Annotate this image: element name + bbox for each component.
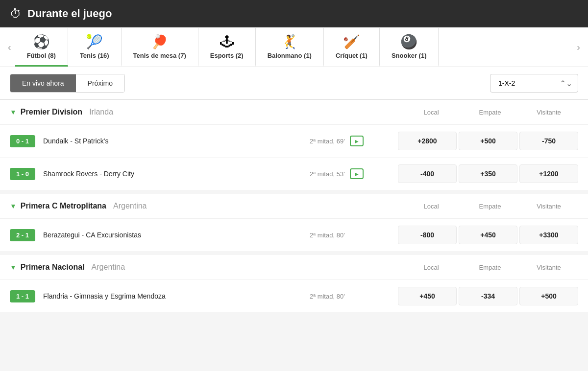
match-row: 0 - 1 Dundalk - St Patrick's 2ª mitad, 6… — [0, 125, 588, 158]
match-teams: Dundalk - St Patrick's — [43, 137, 302, 145]
sport-label: Críquet (1) — [336, 52, 368, 59]
sport-emoji: 🏏 — [343, 34, 360, 50]
controls-row: En vivo ahora Próximo 1-X-2HándicapTotal… — [0, 67, 588, 100]
league-chevron-icon[interactable]: ▼ — [10, 108, 17, 116]
col-local: Local — [402, 264, 461, 271]
market-dropdown[interactable]: 1-X-2HándicapTotales — [490, 74, 578, 93]
league-header-left: ▼ Premier Division Irlanda — [10, 108, 113, 116]
match-time-text: 2ª mitad, 69' — [310, 138, 345, 145]
odds-group: -800 +450 +3300 — [396, 226, 578, 244]
league-country: Irlanda — [89, 108, 113, 116]
sports-next-button[interactable]: › — [573, 27, 584, 67]
stream-button[interactable]: ▶ — [350, 168, 364, 179]
sport-tab-snooker[interactable]: 🎱 Snooker (1) — [380, 28, 439, 67]
col-empate: Empate — [461, 203, 519, 210]
league-section-primera-nacional: ▼ Primera Nacional Argentina Local Empat… — [0, 255, 588, 312]
live-now-button[interactable]: En vivo ahora — [10, 74, 76, 92]
league-name: Primera C Metroplitana — [21, 202, 106, 210]
odd-local[interactable]: +450 — [398, 287, 457, 305]
live-icon: ⏱ — [10, 7, 22, 21]
league-header-left: ▼ Primera Nacional Argentina — [10, 263, 125, 272]
odd-empate[interactable]: -334 — [459, 287, 517, 305]
sport-emoji: 🎱 — [400, 34, 417, 50]
match-time: 2ª mitad, 80' — [310, 293, 388, 300]
league-chevron-icon[interactable]: ▼ — [10, 202, 17, 210]
score-badge: 1 - 1 — [10, 290, 35, 302]
sport-tab-tenis[interactable]: 🎾 Tenis (16) — [68, 28, 122, 67]
match-teams: Flandria - Gimnasia y Esgrima Mendoza — [43, 292, 302, 300]
score-badge: 1 - 0 — [10, 168, 35, 180]
live-toggle-group: En vivo ahora Próximo — [10, 74, 125, 93]
page-title: Durante el juego — [27, 7, 112, 20]
match-row: 1 - 1 Flandria - Gimnasia y Esgrima Mend… — [0, 280, 588, 312]
league-country: Argentina — [113, 202, 147, 210]
sports-prev-button[interactable]: ‹ — [4, 27, 15, 67]
sport-tab-esports[interactable]: 🕹 Esports (2) — [198, 28, 256, 67]
match-row: 2 - 1 Berazategui - CA Excursionistas 2ª… — [0, 219, 588, 251]
sport-tab-tenis-mesa[interactable]: 🏓 Tenis de mesa (7) — [122, 28, 198, 67]
sport-emoji: 🏓 — [151, 34, 168, 50]
sport-emoji: 🤾 — [281, 34, 298, 50]
col-local: Local — [402, 109, 461, 116]
sport-tab-criquet[interactable]: 🏏 Críquet (1) — [324, 28, 380, 67]
sport-label: Tenis (16) — [80, 52, 109, 59]
match-time: 2ª mitad, 53' ▶ — [310, 168, 388, 179]
match-teams: Shamrock Rovers - Derry City — [43, 170, 302, 178]
sport-label: Fútbol (8) — [27, 52, 56, 59]
main-content: ▼ Premier Division Irlanda Local Empate … — [0, 100, 588, 312]
league-col-headers: Local Empate Visitante — [402, 203, 578, 210]
league-header: ▼ Primera C Metroplitana Argentina Local… — [0, 194, 588, 219]
sport-label: Balonmano (1) — [268, 52, 312, 59]
match-teams: Berazategui - CA Excursionistas — [43, 231, 302, 239]
sport-label: Snooker (1) — [392, 52, 427, 59]
odd-visitante[interactable]: +1200 — [519, 164, 578, 183]
header: ⏱ Durante el juego — [0, 0, 588, 27]
odd-local[interactable]: -800 — [398, 226, 457, 244]
odd-local[interactable]: +2800 — [398, 132, 457, 150]
sport-emoji: ⚽ — [33, 34, 50, 50]
league-col-headers: Local Empate Visitante — [402, 109, 578, 116]
league-section-primera-c: ▼ Primera C Metroplitana Argentina Local… — [0, 194, 588, 251]
league-country: Argentina — [92, 263, 125, 272]
odd-visitante[interactable]: -750 — [519, 132, 578, 150]
odd-empate[interactable]: +450 — [459, 226, 517, 244]
col-empate: Empate — [461, 109, 519, 116]
sports-tabs: ⚽ Fútbol (8) 🎾 Tenis (16) 🏓 Tenis de mes… — [15, 28, 573, 67]
league-chevron-icon[interactable]: ▼ — [10, 263, 17, 271]
col-visitante: Visitante — [519, 203, 578, 210]
league-name: Premier Division — [21, 108, 82, 116]
odd-empate[interactable]: +350 — [459, 164, 517, 183]
odds-group: +2800 +500 -750 — [396, 132, 578, 150]
league-name: Primera Nacional — [21, 263, 85, 272]
match-time-text: 2ª mitad, 80' — [310, 232, 345, 239]
odd-empate[interactable]: +500 — [459, 132, 517, 150]
sport-tab-futbol[interactable]: ⚽ Fútbol (8) — [15, 28, 68, 67]
match-time: 2ª mitad, 69' ▶ — [310, 136, 388, 146]
score-badge: 2 - 1 — [10, 229, 35, 241]
match-row: 1 - 0 Shamrock Rovers - Derry City 2ª mi… — [0, 158, 588, 190]
col-local: Local — [402, 203, 461, 210]
odd-local[interactable]: -400 — [398, 164, 457, 183]
league-header-left: ▼ Primera C Metroplitana Argentina — [10, 202, 147, 210]
match-time-text: 2ª mitad, 80' — [310, 293, 345, 300]
col-empate: Empate — [461, 264, 519, 271]
match-time: 2ª mitad, 80' — [310, 232, 388, 239]
odds-group: +450 -334 +500 — [396, 287, 578, 305]
odd-visitante[interactable]: +3300 — [519, 226, 578, 244]
odd-visitante[interactable]: +500 — [519, 287, 578, 305]
match-time-text: 2ª mitad, 53' — [310, 170, 345, 178]
sports-bar: ‹ ⚽ Fútbol (8) 🎾 Tenis (16) 🏓 Tenis de m… — [0, 27, 588, 67]
stream-button[interactable]: ▶ — [350, 136, 364, 146]
score-badge: 0 - 1 — [10, 135, 35, 147]
col-visitante: Visitante — [519, 264, 578, 271]
league-section-premier-division: ▼ Premier Division Irlanda Local Empate … — [0, 100, 588, 190]
sport-emoji: 🎾 — [86, 34, 103, 50]
col-visitante: Visitante — [519, 109, 578, 116]
sport-tab-balonmano[interactable]: 🤾 Balonmano (1) — [256, 28, 324, 67]
sport-label: Esports (2) — [210, 52, 244, 59]
sport-label: Tenis de mesa (7) — [133, 52, 186, 59]
market-dropdown-wrapper: 1-X-2HándicapTotales ⌃⌄ — [490, 74, 578, 93]
next-button[interactable]: Próximo — [76, 74, 124, 92]
odds-group: -400 +350 +1200 — [396, 164, 578, 183]
league-col-headers: Local Empate Visitante — [402, 264, 578, 271]
